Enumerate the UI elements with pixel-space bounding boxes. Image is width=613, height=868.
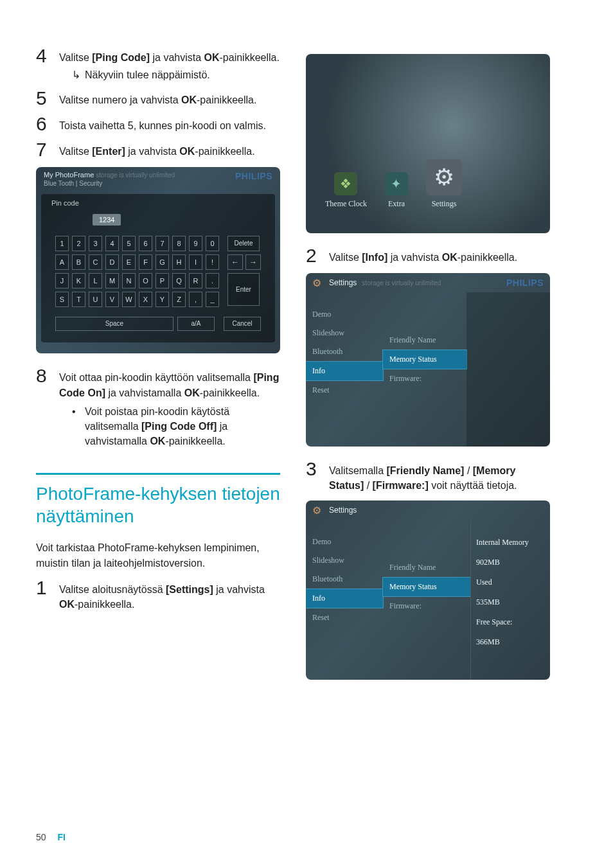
settings-list-item[interactable]: Reset	[306, 381, 383, 400]
keyboard-key[interactable]: Y	[155, 292, 169, 307]
text: -painikkeella.	[458, 252, 517, 263]
home-item-theme-clock[interactable]: ❖ Theme Clock	[325, 172, 367, 209]
keyboard-key[interactable]: 7	[155, 236, 169, 251]
keyboard-key[interactable]: 3	[89, 236, 102, 251]
text-bold: OK	[150, 436, 165, 447]
text: -painikkeella.	[165, 436, 225, 447]
memory-status-value: 902MB	[471, 553, 550, 572]
keyboard-key[interactable]: N	[122, 273, 136, 288]
keyboard-key[interactable]: 1	[55, 236, 69, 251]
step-number: 5	[36, 89, 59, 108]
arrow-left-key[interactable]: ←	[227, 254, 243, 270]
keyboard-key[interactable]: 6	[139, 236, 152, 251]
settings-list-item[interactable]: Demo	[306, 305, 383, 324]
keyboard-key[interactable]: D	[105, 254, 119, 270]
keyboard-key[interactable]: J	[55, 273, 69, 288]
enter-key[interactable]: Enter	[227, 273, 260, 306]
text-bold: [Info]	[362, 252, 387, 263]
keyboard-key[interactable]: C	[89, 254, 102, 270]
keyboard-key[interactable]: 4	[105, 236, 119, 251]
keyboard-key[interactable]: !	[206, 254, 219, 270]
settings-list-item[interactable]: Memory Status	[382, 350, 467, 369]
cancel-key[interactable]: Cancel	[224, 317, 261, 331]
home-item-settings[interactable]: ⚙ Settings	[426, 159, 462, 209]
keyboard-key[interactable]: I	[189, 254, 202, 270]
keyboard-key[interactable]: P	[155, 273, 169, 288]
keyboard-key[interactable]: E	[122, 254, 136, 270]
keyboard-key[interactable]: R	[189, 273, 202, 288]
section-heading: PhotoFrame-kehyksen tietojen näyttäminen	[36, 483, 280, 527]
settings-left-list: DemoSlideshowBluetoothInfoReset	[306, 292, 383, 447]
keyboard-key[interactable]: U	[89, 292, 102, 307]
page-lang: FI	[57, 832, 65, 842]
keyboard-key[interactable]: 0	[206, 236, 219, 251]
settings-list-item[interactable]: Slideshow	[306, 551, 383, 570]
settings-mid-list: Friendly NameMemory StatusFirmware:	[383, 520, 470, 680]
settings-list-item[interactable]: Bluetooth	[306, 342, 383, 361]
pin-code-value: 1234	[93, 214, 121, 226]
keyboard-key[interactable]: L	[89, 273, 102, 288]
keyboard-key[interactable]: T	[72, 292, 85, 307]
settings-list-item[interactable]: Bluetooth	[306, 570, 383, 589]
theme-clock-icon: ❖	[334, 172, 357, 195]
keyboard-key[interactable]: 5	[122, 236, 136, 251]
keyboard-key[interactable]: X	[139, 292, 152, 307]
arrow-right-key[interactable]: →	[245, 254, 261, 270]
gear-icon: ⚙	[312, 277, 324, 288]
extra-icon: ✦	[385, 172, 408, 195]
settings-list-item[interactable]: Info	[306, 361, 384, 381]
keyboard-key[interactable]: O	[139, 273, 152, 288]
keyboard-key[interactable]: F	[139, 254, 152, 270]
settings-list-item[interactable]: Firmware:	[383, 597, 470, 616]
delete-key[interactable]: Delete	[227, 236, 260, 251]
home-item-label: Theme Clock	[325, 199, 367, 209]
keyboard-key[interactable]: V	[105, 292, 119, 307]
keyboard-key[interactable]: 9	[189, 236, 202, 251]
keyboard-key[interactable]: Z	[172, 292, 186, 307]
text-bold: [Ping Code]	[92, 52, 150, 63]
settings-list-item[interactable]: Friendly Name	[383, 558, 470, 577]
keyboard-key[interactable]: _	[206, 292, 219, 307]
keyboard-key[interactable]: 8	[172, 236, 186, 251]
settings-left-list: DemoSlideshowBluetoothInfoReset	[306, 520, 383, 680]
text: ja vahvista	[125, 146, 179, 157]
text-bold: OK	[59, 599, 75, 610]
step-6: 6 Toista vaihetta 5, kunnes pin-koodi on…	[36, 114, 280, 134]
step-3: 3 Valitsemalla [Friendly Name] / [Memory…	[306, 459, 550, 493]
step-2: 2 Valitse [Info] ja vahvista OK-painikke…	[306, 246, 550, 265]
shot-breadcrumb: Blue Tooth | Security	[44, 180, 175, 188]
settings-list-item[interactable]: Memory Status	[382, 577, 471, 597]
keyboard-key[interactable]: B	[72, 254, 85, 270]
keyboard-key[interactable]: ,	[189, 292, 202, 307]
space-key[interactable]: Space	[55, 317, 173, 331]
settings-list-item[interactable]: Info	[306, 589, 384, 608]
settings-list-item[interactable]: Firmware:	[383, 369, 466, 388]
keyboard-key[interactable]: Q	[172, 273, 186, 288]
text: -painikkeella.	[195, 146, 254, 157]
screenshot-settings-info: ⚙ Settings storage is virtually unlimite…	[306, 273, 550, 447]
settings-list-item[interactable]: Friendly Name	[383, 331, 466, 350]
settings-list-item[interactable]: Demo	[306, 533, 383, 551]
keyboard-key[interactable]: .	[206, 273, 219, 288]
keyboard-key[interactable]: M	[105, 273, 119, 288]
keyboard-key[interactable]: K	[72, 273, 85, 288]
section-intro: Voit tarkistaa PhotoFrame-kehyksen lempi…	[36, 540, 280, 570]
settings-list-item[interactable]: Reset	[306, 608, 383, 627]
text: -painikkeella.	[220, 52, 280, 63]
settings-mid-list: Friendly NameMemory StatusFirmware:	[383, 292, 466, 447]
keyboard-key[interactable]: 2	[72, 236, 85, 251]
keyboard-key[interactable]: W	[122, 292, 136, 307]
case-toggle-key[interactable]: a/A	[177, 317, 215, 331]
home-item-extra[interactable]: ✦ Extra	[385, 172, 408, 209]
step-number: 7	[36, 140, 59, 159]
keyboard-key[interactable]: A	[55, 254, 69, 270]
text-bold: OK	[204, 52, 220, 63]
keyboard-key[interactable]: S	[55, 292, 69, 307]
text: -painikkeella.	[197, 94, 256, 105]
text: Valitse	[329, 252, 362, 263]
settings-list-item[interactable]: Slideshow	[306, 324, 383, 342]
keyboard-key[interactable]: G	[155, 254, 169, 270]
keyboard-key[interactable]: H	[172, 254, 186, 270]
step-number: 8	[36, 366, 59, 385]
step-number: 3	[306, 459, 329, 479]
